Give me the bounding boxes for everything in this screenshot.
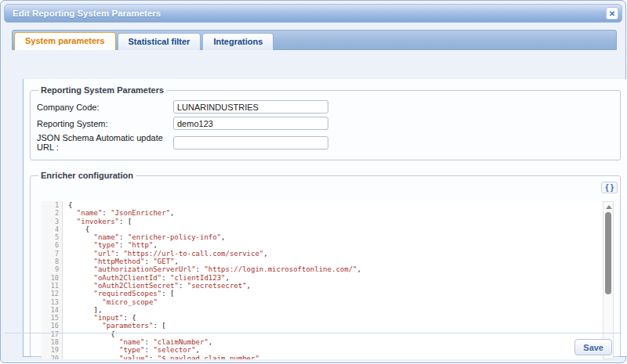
json-schema-url-field[interactable] <box>173 136 328 150</box>
code-line: "parameters": [ <box>68 322 602 330</box>
tab-panel: System parameters Statistical filter Int… <box>12 30 617 50</box>
enricher-configuration-fieldset-legend: Enricher configuration <box>38 171 136 180</box>
tab-strip: System parameters Statistical filter Int… <box>12 30 617 50</box>
json-schema-url-label: JSON Schema Automatic update URL : <box>37 133 173 152</box>
code-line: { <box>68 225 602 233</box>
line-number: 7 <box>42 250 59 258</box>
tab-system-parameters[interactable]: System parameters <box>14 32 116 50</box>
tab-statistical-filter[interactable]: Statistical filter <box>118 33 201 50</box>
line-number: 6 <box>42 241 59 249</box>
line-number: 2 <box>42 209 59 217</box>
code-line: "authorizationServerUrl": "https://login… <box>68 265 602 273</box>
company-code-field[interactable] <box>173 100 328 114</box>
reporting-system-fieldset-legend: Reporting System Parameters <box>38 85 166 95</box>
reporting-system-label: Reporting System: <box>37 119 173 128</box>
code-line: { <box>68 201 602 209</box>
code-line: "url": "https://url-to-call.com/service"… <box>68 250 602 258</box>
code-line: "input": { <box>68 314 602 322</box>
line-number: 16 <box>42 322 59 330</box>
line-number: 3 <box>42 218 59 225</box>
tab-content: Reporting System Parameters Company Code… <box>23 79 627 357</box>
company-code-label: Company Code: <box>37 103 173 112</box>
line-number: 12 <box>42 290 59 297</box>
code-line: "micro_scope" <box>68 298 602 306</box>
scrollbar-up-arrow-icon[interactable] <box>606 205 612 209</box>
code-line: ], <box>68 306 602 314</box>
close-button[interactable]: ✕ <box>606 7 618 20</box>
save-button[interactable]: Save <box>574 339 612 355</box>
line-number: 4 <box>42 225 59 233</box>
reporting-system-field[interactable] <box>173 117 328 130</box>
code-line: "type": "http", <box>68 241 602 249</box>
dialog-titlebar[interactable]: Edit Reporting System Parameters ✕ <box>4 4 622 23</box>
line-number: 9 <box>42 265 59 273</box>
reporting-system-fieldset: Reporting System Parameters Company Code… <box>30 85 621 160</box>
line-number: 15 <box>42 314 59 322</box>
code-line: "requiredScopes": [ <box>68 290 602 297</box>
format-json-button[interactable]: { } <box>601 182 618 193</box>
code-line: "oAuth2ClientId": "clientId123", <box>68 274 602 282</box>
code-line: "name": "enricher-policy-info", <box>68 233 602 241</box>
dialog-title: Edit Reporting System Parameters <box>13 5 161 22</box>
form-row: Reporting System: <box>37 117 614 130</box>
edit-reporting-dialog: Edit Reporting System Parameters ✕ Syste… <box>0 0 626 363</box>
dialog-footer: Save <box>5 333 622 359</box>
tab-integrations[interactable]: Integrations <box>202 33 274 50</box>
code-line: "invokers": [ <box>68 218 602 225</box>
line-number: 14 <box>42 306 59 314</box>
form-row: Company Code: <box>37 100 614 114</box>
line-number: 10 <box>42 274 59 282</box>
line-number: 8 <box>42 258 59 265</box>
scrollbar-thumb[interactable] <box>605 212 611 294</box>
enricher-configuration-fieldset: Enricher configuration { } 1234567891011… <box>30 171 621 357</box>
code-line: "httpMethod": "GET", <box>68 258 602 265</box>
code-line: "name": "JsonEnricher", <box>68 209 602 217</box>
line-number: 13 <box>42 298 59 306</box>
close-icon: ✕ <box>609 9 615 18</box>
line-number: 1 <box>42 201 59 209</box>
code-line: "oAuth2ClientSecret": "secretsecret", <box>68 282 602 290</box>
line-number: 11 <box>42 282 59 290</box>
form-row: JSON Schema Automatic update URL : <box>37 133 614 152</box>
line-number: 5 <box>42 233 59 241</box>
